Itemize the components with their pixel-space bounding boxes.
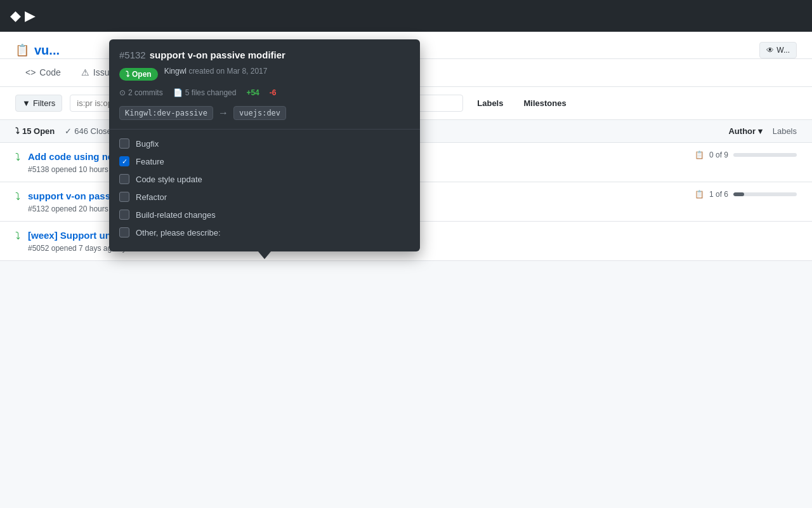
tooltip-divider	[109, 129, 420, 130]
tooltip-created: created on	[188, 67, 226, 76]
top-navigation-bar: ◆ ▶	[0, 0, 812, 32]
tooltip-pr-number: #5132	[119, 50, 146, 60]
progress-bar	[733, 153, 797, 157]
commits-stat: ⊙ 2 commits	[119, 88, 163, 97]
feature-label: Feature	[136, 157, 164, 166]
commits-icon: ⊙	[119, 88, 126, 97]
labels-sort[interactable]: Labels	[773, 126, 797, 136]
files-stat: 📄 5 files changed	[173, 88, 237, 97]
tooltip-pr-title: support v-on passive modifier	[150, 50, 285, 60]
additions-stat: +54	[246, 88, 259, 97]
code-style-label: Code style update	[136, 175, 202, 184]
feature-checkbox[interactable]: ✓	[119, 156, 129, 166]
checkbox-feature[interactable]: ✓ Feature	[119, 152, 410, 170]
tooltip-date: Mar 8, 2017	[226, 67, 267, 76]
bugfix-label: Bugfix	[136, 139, 159, 149]
checkbox-code-style[interactable]: Code style update	[119, 170, 410, 188]
tooltip-author: Kingwl	[164, 67, 187, 76]
deletions-stat: -6	[270, 88, 277, 97]
pr-open-icon-2: ⤵	[15, 191, 20, 203]
checkbox-other[interactable]: Other, please describe:	[119, 224, 410, 241]
tooltip-author-meta: Kingwl created on Mar 8, 2017	[164, 67, 268, 76]
pr-tooltip-popup: #5132 support v-on passive modifier ⤵ Op…	[109, 39, 420, 251]
open-prs-count[interactable]: ⤵ 15 Open	[15, 126, 55, 136]
checkbox-build[interactable]: Build-related changes	[119, 206, 410, 224]
files-text: 5 files changed	[185, 88, 237, 97]
review-progress-2: 📋 1 of 6	[695, 190, 797, 199]
branch-info: Kingwl:dev-passive → vuejs:dev	[119, 106, 410, 120]
open-count: 15 Open	[22, 126, 55, 136]
repo-icon: 📋	[15, 43, 29, 57]
progress-bar-2	[733, 192, 797, 196]
watch-label: W...	[776, 46, 790, 55]
tooltip-header: #5132 support v-on passive modifier	[119, 50, 410, 60]
sort-options: Author ▾ Labels	[728, 126, 797, 136]
progress-fill-2	[733, 192, 744, 196]
bugfix-checkbox[interactable]	[119, 138, 129, 149]
author-sort[interactable]: Author ▾	[728, 126, 762, 136]
refactor-checkbox[interactable]	[119, 192, 129, 202]
build-checkbox[interactable]	[119, 210, 129, 220]
review-count: 0 of 9	[709, 150, 728, 159]
open-icon: ⤵	[15, 126, 20, 136]
watch-button[interactable]: 👁 W...	[759, 42, 797, 58]
check-icon: ✓	[65, 126, 72, 136]
tab-code-label: Code	[39, 67, 60, 77]
review-icon-2: 📋	[695, 190, 704, 199]
filter-icon: ▼	[22, 98, 30, 108]
tooltip-stats: ⊙ 2 commits 📄 5 files changed +54 -6	[119, 88, 410, 97]
tab-code[interactable]: <> Code	[15, 60, 71, 86]
other-label: Other, please describe:	[136, 228, 221, 237]
target-branch: vuejs:dev	[233, 106, 286, 120]
checkbox-refactor[interactable]: Refactor	[119, 188, 410, 206]
pr-open-icon-3: ⤵	[15, 231, 20, 242]
checkbox-bugfix[interactable]: Bugfix	[119, 135, 410, 152]
closed-prs-count[interactable]: ✓ 646 Closed	[65, 126, 116, 136]
build-label: Build-related changes	[136, 210, 216, 220]
review-progress: 📋 0 of 9	[695, 150, 797, 159]
filters-label: Filters	[33, 98, 55, 108]
open-badge-icon: ⤵	[126, 70, 129, 79]
open-badge-label: Open	[132, 70, 152, 79]
labels-button[interactable]: Labels	[471, 95, 509, 111]
branch-arrow: →	[218, 107, 228, 119]
code-icon: <>	[25, 67, 36, 77]
source-branch: Kingwl:dev-passive	[119, 106, 213, 120]
files-icon: 📄	[173, 88, 183, 97]
filters-button[interactable]: ▼ Filters	[15, 95, 62, 112]
review-count-2: 1 of 6	[709, 190, 728, 199]
open-status-badge: ⤵ Open	[119, 68, 158, 81]
pr-open-icon: ⤵	[15, 152, 20, 163]
repo-title[interactable]: vu...	[34, 43, 60, 58]
issue-icon: ⚠	[81, 67, 89, 77]
milestones-button[interactable]: Milestones	[517, 95, 572, 111]
review-icon: 📋	[695, 150, 704, 159]
other-checkbox[interactable]	[119, 227, 129, 237]
github-logo: ◆ ▶	[10, 8, 36, 24]
refactor-label: Refactor	[136, 192, 167, 202]
eye-icon: 👁	[766, 46, 774, 55]
commits-text: 2 commits	[128, 88, 163, 97]
code-style-checkbox[interactable]	[119, 174, 129, 184]
